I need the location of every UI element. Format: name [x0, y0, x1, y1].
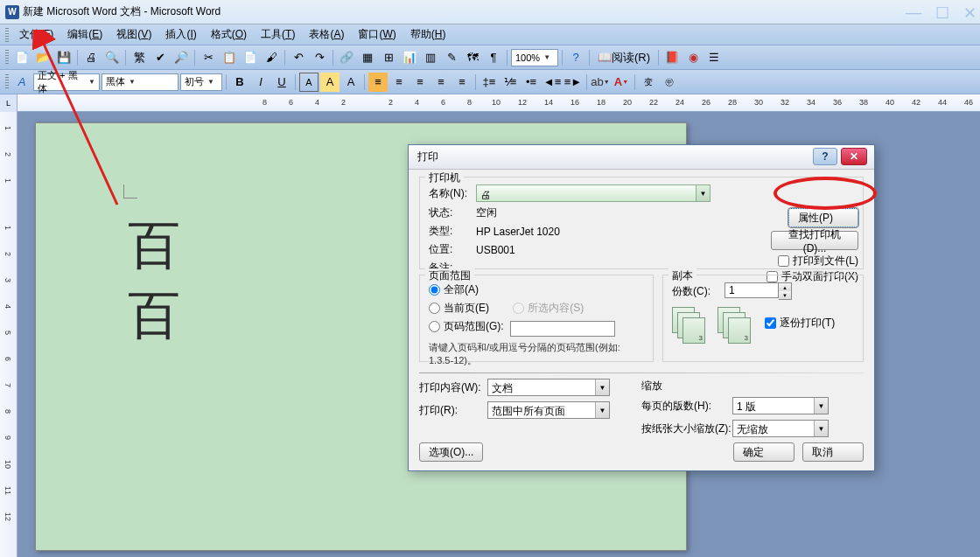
selection-radio: 所选内容(S)	[513, 301, 584, 316]
menu-edit[interactable]: 编辑(E)	[60, 24, 109, 45]
toolbar-handle[interactable]	[5, 50, 9, 66]
scale-combo[interactable]: 无缩放▼	[732, 420, 829, 437]
close-icon[interactable]: ✕	[841, 148, 867, 165]
numbering-button[interactable]: ⅟≡	[500, 73, 520, 92]
horizontal-ruler[interactable]: 8 6 4 2 2 4 6 8 10 12 14 16 18 20 22 24 …	[18, 94, 980, 110]
copies-input[interactable]	[724, 282, 779, 298]
find-printer-button[interactable]: 查找打印机(D)...	[771, 231, 858, 250]
pages-input[interactable]	[510, 321, 615, 337]
font-color-button[interactable]: A▼	[612, 73, 631, 92]
doc-text-line[interactable]: 百	[128, 281, 180, 352]
excel-button[interactable]: 📊	[400, 48, 419, 67]
ruler-corner[interactable]: L	[0, 94, 18, 112]
current-page-radio[interactable]: 当前页(E)	[429, 301, 489, 316]
collate-checkbox[interactable]: 逐份打印(T)	[765, 316, 835, 331]
decrease-indent-button[interactable]: ◄≡	[542, 73, 562, 92]
font-combo[interactable]: 黑体▼	[102, 73, 178, 91]
spellcheck-button[interactable]: ✔	[150, 48, 170, 67]
cut-button[interactable]: ✂	[199, 48, 218, 67]
show-marks-button[interactable]: ¶	[484, 48, 503, 67]
toolbar-handle[interactable]	[5, 28, 9, 42]
insert-table-button[interactable]: ⊞	[379, 48, 398, 67]
extra-button-3[interactable]: ☰	[704, 48, 724, 67]
properties-button[interactable]: 属性(P)	[788, 208, 858, 227]
menu-table[interactable]: 表格(A)	[302, 24, 351, 45]
printer-legend: 打印机	[425, 171, 464, 185]
print-preview-button[interactable]: 🔍	[102, 48, 122, 67]
docmap-button[interactable]: 🗺	[463, 48, 482, 67]
undo-button[interactable]: ↶	[289, 48, 308, 67]
pages-radio[interactable]: 页码范围(G):	[429, 319, 504, 334]
char-scale-button[interactable]: A	[341, 73, 360, 92]
zoom-combo[interactable]: 100%▼	[511, 49, 558, 66]
underline-button[interactable]: U	[272, 73, 291, 92]
columns-button[interactable]: ▥	[421, 48, 440, 67]
char-shading-button[interactable]: A	[320, 73, 340, 92]
cancel-button[interactable]: 取消	[802, 442, 864, 462]
printer-name-combo[interactable]: 🖨 ▼	[476, 185, 710, 202]
new-doc-button[interactable]: 📄	[12, 48, 32, 67]
menu-insert[interactable]: 插入(I)	[158, 24, 203, 45]
styles-button[interactable]: A	[12, 73, 32, 92]
style-combo[interactable]: 正文 + 黑体▼	[33, 73, 100, 91]
help-icon[interactable]: ?	[813, 148, 837, 165]
bullets-button[interactable]: •≡	[522, 73, 541, 92]
pages-per-sheet-combo[interactable]: 1 版▼	[732, 397, 829, 414]
save-button[interactable]: 💾	[54, 48, 74, 67]
extra-button-2[interactable]: ◉	[683, 48, 703, 67]
format-painter-button[interactable]: 🖌	[262, 48, 281, 67]
ruler-area: L 8 6 4 2 2 4 6 8 10 12 14 16 18 20 22 2…	[0, 94, 980, 112]
drawing-button[interactable]: ✎	[442, 48, 461, 67]
increase-indent-button[interactable]: ≡►	[564, 73, 583, 92]
print-button[interactable]: 🖨	[81, 48, 101, 67]
enclose-char-button[interactable]: ㊥	[660, 73, 679, 92]
menu-help[interactable]: 帮助(H)	[403, 24, 453, 45]
redo-button[interactable]: ↷	[310, 48, 329, 67]
align-left-button[interactable]: ≡	[368, 73, 388, 92]
dialog-titlebar[interactable]: 打印 ? ✕	[409, 145, 874, 170]
help-button[interactable]: ?	[566, 48, 585, 67]
char-border-button[interactable]: A	[299, 73, 318, 92]
trad-simp-button[interactable]: 繁	[130, 48, 149, 67]
phonetic-guide-button[interactable]: 变	[639, 73, 658, 92]
paste-button[interactable]: 📄	[241, 48, 260, 67]
print-what-combo[interactable]: 文档▼	[487, 379, 610, 396]
copies-spinner[interactable]: ▲▼	[724, 282, 792, 300]
menu-format[interactable]: 格式(O)	[204, 24, 254, 45]
research-button[interactable]: 🔎	[172, 48, 191, 67]
close-button[interactable]: ✕	[963, 3, 976, 23]
print-label: 打印(R):	[419, 403, 487, 418]
menu-tools[interactable]: 工具(T)	[254, 24, 302, 45]
italic-button[interactable]: I	[251, 73, 270, 92]
open-button[interactable]: 📂	[33, 48, 52, 67]
read-mode-button[interactable]: 📖 阅读(R)	[593, 48, 654, 67]
hyperlink-button[interactable]: 🔗	[337, 48, 356, 67]
spin-up[interactable]: ▲	[779, 283, 791, 291]
minimize-button[interactable]: —	[906, 3, 921, 23]
extra-button-1[interactable]: 📕	[662, 48, 682, 67]
vertical-ruler[interactable]: 1 2 1 1 2 3 4 5 6 7 8 9 10 11 12	[0, 112, 18, 557]
tables-borders-button[interactable]: ▦	[358, 48, 377, 67]
spin-down[interactable]: ▼	[779, 291, 791, 299]
print-to-file-checkbox[interactable]: 打印到文件(L)	[778, 254, 858, 268]
copy-button[interactable]: 📋	[220, 48, 239, 67]
align-right-button[interactable]: ≡	[410, 73, 430, 92]
distribute-button[interactable]: ≡	[452, 73, 472, 92]
maximize-button[interactable]: ☐	[935, 3, 949, 23]
toolbar-handle[interactable]	[5, 74, 9, 90]
print-range-combo[interactable]: 范围中所有页面▼	[487, 401, 610, 419]
ok-button[interactable]: 确定	[733, 442, 794, 462]
font-size-combo[interactable]: 初号▼	[180, 73, 222, 91]
align-justify-button[interactable]: ≡	[431, 73, 451, 92]
menu-view[interactable]: 视图(V)	[109, 24, 158, 45]
menu-window[interactable]: 窗口(W)	[351, 24, 402, 45]
bold-button[interactable]: B	[230, 73, 249, 92]
options-button[interactable]: 选项(O)...	[419, 442, 483, 462]
highlight-button[interactable]: ab▼	[591, 73, 610, 92]
line-spacing-button[interactable]: ‡≡	[480, 73, 499, 92]
menu-file[interactable]: 文件(F)	[12, 24, 60, 45]
align-center-button[interactable]: ≡	[389, 73, 409, 92]
formatting-toolbar: A 正文 + 黑体▼ 黑体▼ 初号▼ B I U A A A ≡ ≡ ≡ ≡ ≡…	[0, 70, 980, 94]
all-radio[interactable]: 全部(A)	[429, 282, 479, 297]
doc-text-line[interactable]: 百	[128, 211, 180, 282]
